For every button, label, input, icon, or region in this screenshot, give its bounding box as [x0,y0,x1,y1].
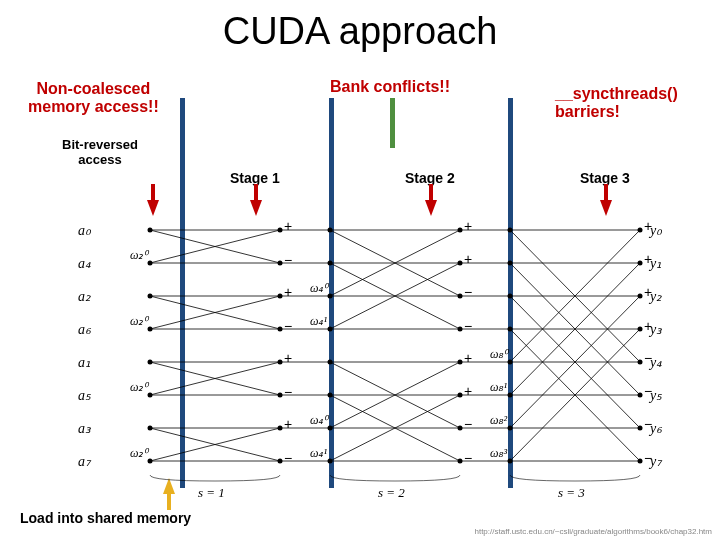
svg-point-68 [148,360,153,365]
svg-point-84 [328,360,333,365]
in-2: a₂ [78,288,91,305]
twiddle-s3-0: ω₈⁰ [490,347,508,362]
twiddle-s2-1: ω₄¹ [310,314,327,329]
anno-bit-reversed: Bit-reversedaccess [62,138,138,168]
twiddle-s2-3: ω₄¹ [310,446,327,461]
svg-point-107 [638,327,643,332]
svg-point-98 [508,294,513,299]
fft-butterfly-diagram [65,215,685,495]
op-plus: + [284,350,292,366]
svg-point-89 [458,261,463,266]
svg-point-93 [458,393,463,398]
op-minus: − [284,384,292,400]
twiddle-s2-0: ω₄⁰ [310,281,328,296]
svg-point-103 [508,459,513,464]
svg-point-96 [508,228,513,233]
svg-point-78 [278,426,283,431]
op-minus: − [644,383,652,399]
svg-point-75 [278,327,283,332]
op-plus: + [644,318,652,334]
op-plus: + [284,218,292,234]
svg-point-105 [638,261,643,266]
svg-point-110 [638,426,643,431]
in-1: a₄ [78,255,91,272]
anno-non-coalesced: Non-coalescedmemory access!! [28,80,159,117]
citation: http://staff.ustc.edu.cn/~csli/graduate/… [474,527,712,536]
svg-point-109 [638,393,643,398]
svg-point-72 [278,228,283,233]
svg-point-74 [278,294,283,299]
svg-point-95 [458,459,463,464]
op-plus: + [284,284,292,300]
anno-bank-conflicts: Bank conflicts!! [330,78,450,96]
svg-point-90 [458,294,463,299]
twiddle-s1-2: ω₂⁰ [130,380,148,395]
svg-point-102 [508,426,513,431]
twiddle-s3-1: ω₈¹ [490,380,507,395]
op-minus: − [284,450,292,466]
op-plus: + [644,218,652,234]
stage-mark-1: s = 1 [198,485,225,501]
svg-point-76 [278,360,283,365]
svg-point-101 [508,393,513,398]
op-minus: − [464,450,472,466]
op-plus: + [464,218,472,234]
arrow-stage2 [425,200,437,216]
in-5: a₅ [78,387,91,404]
op-minus: − [644,450,652,466]
svg-point-85 [328,393,333,398]
op-plus: + [644,251,652,267]
svg-point-108 [638,360,643,365]
in-6: a₃ [78,420,91,437]
svg-point-70 [148,426,153,431]
svg-point-88 [458,228,463,233]
op-plus: + [464,350,472,366]
op-minus: − [644,416,652,432]
op-plus: + [464,251,472,267]
arrow-input [147,200,159,216]
op-minus: − [464,318,472,334]
op-plus: + [644,284,652,300]
in-4: a₁ [78,354,91,371]
svg-point-83 [328,327,333,332]
svg-point-92 [458,360,463,365]
svg-point-87 [328,459,333,464]
op-minus: − [284,318,292,334]
op-minus: − [644,350,652,366]
arrow-stage3 [600,200,612,216]
svg-point-81 [328,261,333,266]
op-minus: − [464,284,472,300]
op-minus: − [284,252,292,268]
op-plus: + [284,416,292,432]
twiddle-s1-1: ω₂⁰ [130,314,148,329]
anno-load-shared: Load into shared memory [20,510,191,526]
svg-point-94 [458,426,463,431]
twiddle-s1-0: ω₂⁰ [130,248,148,263]
stage-mark-3: s = 3 [558,485,585,501]
svg-point-80 [328,228,333,233]
svg-point-77 [278,393,283,398]
svg-point-91 [458,327,463,332]
svg-point-111 [638,459,643,464]
svg-point-66 [148,294,153,299]
bank-conflict-bar [390,98,395,148]
svg-point-73 [278,261,283,266]
in-0: a₀ [78,222,91,239]
in-7: a₇ [78,453,91,470]
op-minus: − [464,416,472,432]
twiddle-s3-3: ω₈³ [490,446,507,461]
page-title: CUDA approach [0,0,720,53]
twiddle-s3-2: ω₈² [490,413,507,428]
svg-point-104 [638,228,643,233]
anno-syncthreads: __syncthreads()barriers! [555,85,678,122]
svg-point-64 [148,228,153,233]
twiddle-s2-2: ω₄⁰ [310,413,328,428]
arrow-stage1 [250,200,262,216]
svg-point-79 [278,459,283,464]
in-3: a₆ [78,321,91,338]
op-plus: + [464,383,472,399]
stage-mark-2: s = 2 [378,485,405,501]
twiddle-s1-3: ω₂⁰ [130,446,148,461]
svg-point-97 [508,261,513,266]
svg-point-99 [508,327,513,332]
